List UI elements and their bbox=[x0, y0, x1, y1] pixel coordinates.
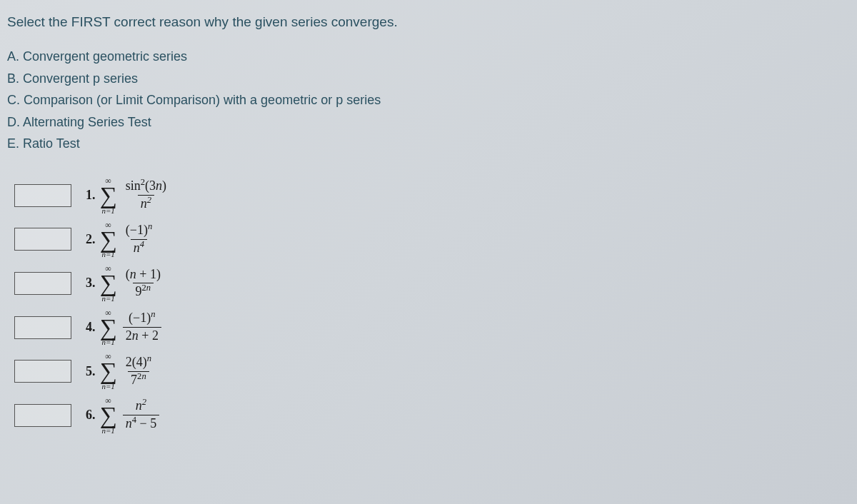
fraction: sin2(3n) n2 bbox=[123, 179, 169, 211]
sigma-notation: ∞ ∑ n=1 bbox=[100, 396, 117, 435]
fraction: (n + 1) 92n bbox=[123, 268, 164, 300]
denominator: 72n bbox=[128, 371, 149, 388]
problem-4: 4. ∞ ∑ n=1 (−1)n 2n + 2 bbox=[86, 308, 161, 347]
denominator: 2n + 2 bbox=[123, 327, 161, 343]
fraction: n2 n4 − 5 bbox=[123, 399, 159, 431]
sigma-icon: ∑ bbox=[100, 317, 117, 339]
problem-1: 1. ∞ ∑ n=1 sin2(3n) n2 bbox=[86, 176, 169, 215]
sigma-notation: ∞ ∑ n=1 bbox=[100, 176, 117, 215]
sigma-icon: ∑ bbox=[100, 273, 117, 295]
sigma-notation: ∞ ∑ n=1 bbox=[100, 308, 117, 347]
numerator: (−1)n bbox=[126, 311, 158, 327]
sigma-icon: ∑ bbox=[100, 361, 117, 383]
sigma-lower: n=1 bbox=[101, 207, 114, 215]
sigma-icon: ∑ bbox=[100, 229, 117, 251]
option-a: A. Convergent geometric series bbox=[7, 46, 850, 68]
denominator: 92n bbox=[133, 283, 154, 299]
sigma-lower: n=1 bbox=[101, 295, 114, 303]
numerator: n2 bbox=[133, 399, 149, 415]
problem-number: 1. bbox=[86, 188, 96, 203]
numerator: 2(4)n bbox=[123, 356, 154, 371]
problem-number: 2. bbox=[86, 232, 96, 247]
answer-input-6[interactable] bbox=[14, 404, 71, 427]
numerator: (n + 1) bbox=[123, 268, 164, 283]
fraction: (−1)n 2n + 2 bbox=[123, 311, 161, 343]
problem-row-2: 2. ∞ ∑ n=1 (−1)n n4 bbox=[14, 221, 850, 259]
sigma-notation: ∞ ∑ n=1 bbox=[100, 221, 117, 259]
option-b: B. Convergent p series bbox=[7, 68, 850, 90]
options-list: A. Convergent geometric series B. Conver… bbox=[7, 46, 850, 155]
problem-number: 5. bbox=[86, 364, 96, 379]
sigma-notation: ∞ ∑ n=1 bbox=[100, 264, 117, 303]
fraction: 2(4)n 72n bbox=[123, 356, 154, 388]
sigma-lower: n=1 bbox=[101, 251, 114, 258]
instruction-text: Select the FIRST correct reason why the … bbox=[7, 14, 850, 30]
sigma-notation: ∞ ∑ n=1 bbox=[100, 352, 117, 390]
denominator: n4 − 5 bbox=[123, 415, 159, 431]
sigma-lower: n=1 bbox=[101, 338, 114, 346]
problems-list: 1. ∞ ∑ n=1 sin2(3n) n2 2. ∞ ∑ n=1 (−1)n … bbox=[14, 176, 850, 435]
answer-input-5[interactable] bbox=[14, 360, 71, 383]
problem-2: 2. ∞ ∑ n=1 (−1)n n4 bbox=[86, 221, 155, 259]
answer-input-2[interactable] bbox=[14, 228, 71, 251]
problem-row-6: 6. ∞ ∑ n=1 n2 n4 − 5 bbox=[14, 396, 850, 435]
sigma-lower: n=1 bbox=[101, 383, 114, 390]
problem-number: 6. bbox=[86, 408, 96, 423]
problem-number: 3. bbox=[86, 276, 96, 291]
option-e: E. Ratio Test bbox=[7, 133, 850, 155]
numerator: sin2(3n) bbox=[123, 179, 169, 195]
answer-input-3[interactable] bbox=[14, 272, 71, 295]
problem-5: 5. ∞ ∑ n=1 2(4)n 72n bbox=[86, 352, 154, 390]
denominator: n4 bbox=[131, 239, 147, 256]
fraction: (−1)n n4 bbox=[123, 223, 155, 256]
problem-row-4: 4. ∞ ∑ n=1 (−1)n 2n + 2 bbox=[14, 308, 850, 347]
numerator: (−1)n bbox=[123, 223, 155, 239]
option-d: D. Alternating Series Test bbox=[7, 111, 850, 133]
problem-number: 4. bbox=[86, 320, 96, 335]
problem-row-3: 3. ∞ ∑ n=1 (n + 1) 92n bbox=[14, 264, 850, 303]
problem-row-1: 1. ∞ ∑ n=1 sin2(3n) n2 bbox=[14, 176, 850, 215]
option-c: C. Comparison (or Limit Comparison) with… bbox=[7, 89, 850, 111]
answer-input-4[interactable] bbox=[14, 316, 71, 339]
sigma-icon: ∑ bbox=[100, 405, 117, 427]
denominator: n2 bbox=[138, 195, 154, 211]
problem-3: 3. ∞ ∑ n=1 (n + 1) 92n bbox=[86, 264, 164, 303]
problem-row-5: 5. ∞ ∑ n=1 2(4)n 72n bbox=[14, 352, 850, 390]
sigma-lower: n=1 bbox=[101, 427, 114, 435]
sigma-icon: ∑ bbox=[100, 185, 117, 207]
answer-input-1[interactable] bbox=[14, 184, 71, 207]
problem-6: 6. ∞ ∑ n=1 n2 n4 − 5 bbox=[86, 396, 159, 435]
